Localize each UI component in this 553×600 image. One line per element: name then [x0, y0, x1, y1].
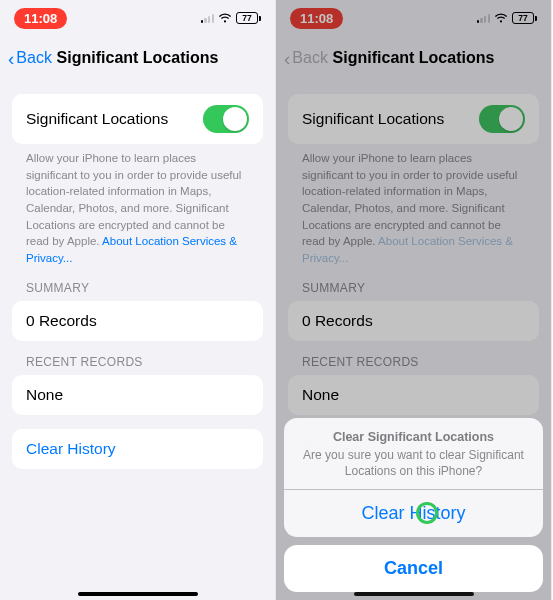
sheet-clear-history-label: Clear History	[361, 503, 465, 523]
back-button[interactable]: ‹ Back	[8, 49, 52, 68]
chevron-left-icon: ‹	[8, 49, 14, 68]
wifi-icon	[218, 13, 232, 24]
content: Significant Locations Allow your iPhone …	[276, 80, 551, 469]
clear-history-label: Clear History	[26, 440, 116, 457]
action-sheet-header: Clear Significant Locations Are you sure…	[284, 418, 543, 489]
wifi-icon	[494, 13, 508, 24]
significant-locations-switch	[479, 105, 525, 133]
back-label: Back	[292, 49, 328, 67]
recent-row: None	[288, 375, 539, 415]
nav-bar: ‹ Back Significant Locations	[0, 36, 275, 80]
summary-row: 0 Records	[288, 301, 539, 341]
battery-icon: 77	[236, 12, 261, 24]
home-indicator[interactable]	[78, 592, 198, 596]
action-sheet-block: Clear Significant Locations Are you sure…	[284, 418, 543, 537]
significant-locations-switch[interactable]	[203, 105, 249, 133]
toggle-label: Significant Locations	[26, 110, 168, 128]
caption-body: Allow your iPhone to learn places signif…	[302, 152, 517, 247]
battery-icon: 77	[512, 12, 537, 24]
screen-settings-confirm: 11:08 77 ‹ Back Significant Locations Si…	[276, 0, 552, 600]
action-sheet: Clear Significant Locations Are you sure…	[284, 418, 543, 592]
summary-row[interactable]: 0 Records	[12, 301, 263, 341]
nav-bar: ‹ Back Significant Locations	[276, 36, 551, 80]
toggle-label: Significant Locations	[302, 110, 444, 128]
content: Significant Locations Allow your iPhone …	[0, 80, 275, 469]
status-time-pill: 11:08	[290, 8, 343, 29]
highlight-ring-icon	[416, 501, 438, 523]
caption-text: Allow your iPhone to learn places signif…	[288, 144, 539, 267]
recent-value: None	[26, 386, 63, 403]
home-indicator[interactable]	[354, 592, 474, 596]
back-label: Back	[16, 49, 52, 67]
signal-icon	[477, 13, 490, 23]
status-bar: 11:08 77	[276, 0, 551, 36]
signal-icon	[201, 13, 214, 23]
status-indicators: 77	[201, 12, 261, 24]
sheet-cancel-button[interactable]: Cancel	[284, 545, 543, 592]
sheet-clear-history-button[interactable]: Clear History	[284, 489, 543, 537]
recent-row[interactable]: None	[12, 375, 263, 415]
sheet-cancel-label: Cancel	[384, 558, 443, 578]
status-bar: 11:08 77	[0, 0, 275, 36]
caption-body: Allow your iPhone to learn places signif…	[26, 152, 241, 247]
recent-header: RECENT RECORDS	[12, 355, 263, 375]
summary-value: 0 Records	[26, 312, 97, 329]
back-button: ‹ Back	[284, 49, 328, 68]
clear-history-button[interactable]: Clear History	[12, 429, 263, 469]
summary-value: 0 Records	[302, 312, 373, 329]
recent-header: RECENT RECORDS	[288, 355, 539, 375]
summary-header: SUMMARY	[288, 281, 539, 301]
summary-header: SUMMARY	[12, 281, 263, 301]
recent-value: None	[302, 386, 339, 403]
screen-settings: 11:08 77 ‹ Back Significant Locations Si…	[0, 0, 276, 600]
status-time-pill: 11:08	[14, 8, 67, 29]
sheet-message: Are you sure you want to clear Significa…	[302, 447, 525, 479]
chevron-left-icon: ‹	[284, 49, 290, 68]
significant-locations-toggle-row[interactable]: Significant Locations	[12, 94, 263, 144]
caption-text: Allow your iPhone to learn places signif…	[12, 144, 263, 267]
significant-locations-toggle-row: Significant Locations	[288, 94, 539, 144]
sheet-title: Clear Significant Locations	[302, 430, 525, 444]
status-indicators: 77	[477, 12, 537, 24]
